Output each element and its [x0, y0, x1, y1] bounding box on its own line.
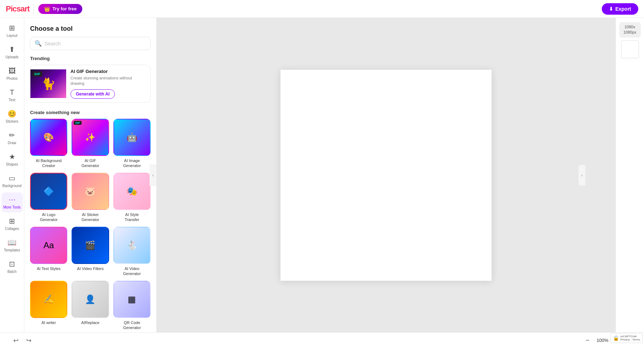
trending-card-image: GIF 🐈: [30, 69, 66, 98]
sticker-gen-thumb: 🐷: [72, 173, 109, 210]
gif-gen-label: AI GIFGenerator: [82, 158, 99, 168]
sidebar-item-templates[interactable]: 📖 Templates: [1, 235, 23, 255]
trending-card-info: AI GIF Generator Create stunning animati…: [66, 65, 150, 102]
trending-card-title: AI GIF Generator: [70, 69, 146, 74]
sidebar-label-shapes: Shapes: [6, 162, 18, 167]
canvas-width: 1080x: [625, 25, 635, 29]
canvas[interactable]: [280, 70, 492, 281]
panel-title: Choose a tool: [30, 25, 151, 33]
tool-card-gif-gen[interactable]: ✨ GIF AI GIFGenerator: [72, 119, 109, 168]
export-button[interactable]: ⬇ Export: [602, 3, 638, 15]
sidebar-item-layout[interactable]: ⊞ Layout: [1, 21, 23, 41]
try-free-button[interactable]: 👑 Try for free: [38, 4, 82, 14]
aireplace-thumb: 👤: [72, 281, 109, 318]
tool-grid: 🎨 AI BackgroundCreator ✨ GIF AI GIFGener…: [30, 119, 151, 330]
tool-card-sticker-gen[interactable]: 🐷 AI StickerGenerator: [72, 173, 109, 222]
sidebar-label-text: Text: [9, 98, 15, 102]
sidebar-label-background: Background: [3, 184, 21, 188]
canvas-preview: [621, 40, 639, 58]
writer-label: AI writer: [42, 320, 56, 325]
canvas-area: ›: [157, 18, 615, 332]
img-gen-thumb: 🤖: [113, 119, 151, 156]
img-gen-label: AI ImageGenerator: [123, 158, 141, 168]
export-label: Export: [615, 6, 631, 12]
crown-icon: 👑: [44, 6, 50, 12]
sidebar-label-photos: Photos: [6, 77, 18, 81]
undo-button[interactable]: ↩: [10, 335, 21, 346]
sidebar-item-collages[interactable]: ⊞ Collages: [1, 214, 23, 234]
tool-panel-content: Trending GIF 🐈 AI GIF Generator Create s…: [24, 56, 156, 332]
sidebar-item-photos[interactable]: 🖼 Photos: [1, 64, 23, 84]
tool-card-video-filters[interactable]: 🎬 AI Video Filters: [72, 227, 109, 276]
video-filters-emoji: 🎬: [85, 240, 96, 250]
generate-ai-button[interactable]: Generate with AI: [70, 89, 115, 99]
logo-gen-thumb: 🔷: [30, 173, 67, 210]
sidebar-item-draw[interactable]: ✏ Draw: [1, 128, 23, 148]
tool-card-logo-gen[interactable]: 🔷 AI LogoGenerator: [30, 173, 67, 222]
icon-bar: ⊞ Layout ⬆ Uploads 🖼 Photos T Text 😊 Sti…: [0, 18, 24, 332]
canvas-size-badge: 1080x 1080px: [619, 22, 641, 38]
tool-card-text-styles[interactable]: Aa AI Text Styles: [30, 227, 67, 276]
style-transfer-thumb: 🎭: [113, 173, 151, 210]
search-input[interactable]: [45, 41, 146, 46]
writer-emoji: ✍: [43, 294, 54, 304]
main-area: ⊞ Layout ⬆ Uploads 🖼 Photos T Text 😊 Sti…: [0, 18, 644, 332]
redo-button[interactable]: ↪: [23, 335, 34, 346]
sidebar-label-batch: Batch: [8, 270, 17, 274]
video-gen-label: AI VideoGenerator: [123, 266, 141, 276]
tool-card-video-gen[interactable]: 🐇 AI VideoGenerator: [113, 227, 151, 276]
try-free-label: Try for free: [52, 6, 77, 11]
sticker-gen-label: AI StickerGenerator: [82, 212, 99, 222]
topbar-right: ⬇ Export: [602, 3, 638, 15]
text-styles-thumb: Aa: [30, 227, 67, 264]
templates-icon: 📖: [8, 238, 16, 247]
tool-panel: Choose a tool 🔍 Trending GIF 🐈 AI GIF Ge…: [24, 18, 157, 332]
video-gen-emoji: 🐇: [127, 240, 137, 250]
aireplace-emoji: 👤: [85, 294, 96, 304]
sidebar-label-more-tools: More Tools: [3, 205, 21, 210]
zoom-out-button[interactable]: −: [582, 335, 593, 346]
sidebar-item-shapes[interactable]: ★ Shapes: [1, 150, 23, 170]
trending-card: GIF 🐈 AI GIF Generator Create stunning a…: [30, 65, 151, 103]
gif-thumb-badge: GIF: [74, 121, 81, 125]
sidebar-item-uploads[interactable]: ⬆ Uploads: [1, 42, 23, 62]
bg-creator-label: AI BackgroundCreator: [36, 158, 62, 168]
batch-icon: ⊡: [8, 260, 16, 268]
sidebar-label-stickers: Stickers: [6, 119, 19, 124]
tool-card-writer[interactable]: ✍ AI writer: [30, 281, 67, 330]
gif-gen-emoji: ✨: [85, 132, 96, 142]
more-tools-icon: ⋯: [8, 195, 16, 204]
tool-card-qr-code[interactable]: ▦ QR CodeGenerator: [113, 281, 151, 330]
tool-card-aireplace[interactable]: 👤 AIReplace: [72, 281, 109, 330]
qr-code-label: QR CodeGenerator: [123, 320, 141, 330]
recaptcha-logo: 🔒: [613, 335, 619, 341]
sticker-gen-emoji: 🐷: [85, 186, 96, 196]
search-bar[interactable]: 🔍: [30, 37, 151, 50]
style-transfer-emoji: 🎭: [127, 186, 137, 196]
create-section-title: Create something new: [30, 110, 151, 115]
recaptcha-text: reCAPTCHAPrivacy - Terms: [620, 335, 640, 341]
canvas-height: 1080px: [623, 30, 636, 34]
qr-code-thumb: ▦: [113, 281, 151, 318]
tool-card-img-gen[interactable]: 🤖 AI ImageGenerator: [113, 119, 151, 168]
sidebar-item-text[interactable]: T Text: [1, 85, 23, 105]
tool-card-bg-creator[interactable]: 🎨 AI BackgroundCreator: [30, 119, 67, 168]
text-icon: T: [8, 88, 16, 97]
sidebar-item-batch[interactable]: ⊡ Batch: [1, 257, 23, 277]
aireplace-label: AIReplace: [81, 320, 99, 325]
sidebar-item-background[interactable]: ▭ Background: [1, 171, 23, 191]
stickers-icon: 😊: [8, 109, 16, 118]
collapse-panel-button[interactable]: ‹: [150, 165, 157, 186]
gif-badge: GIF: [33, 72, 42, 77]
sidebar-label-draw: Draw: [8, 141, 16, 145]
uploads-icon: ⬆: [8, 45, 16, 54]
sidebar-label-collages: Collages: [5, 227, 19, 231]
sidebar-item-more-tools[interactable]: ⋯ More Tools: [1, 192, 23, 212]
right-panel: 1080x 1080px: [615, 18, 644, 332]
tool-panel-header: Choose a tool: [24, 18, 156, 37]
text-styles-emoji: Aa: [43, 240, 54, 250]
sidebar-item-stickers[interactable]: 😊 Stickers: [1, 107, 23, 127]
tool-card-style-transfer[interactable]: 🎭 AI StyleTransfer: [113, 173, 151, 222]
sidebar-label-templates: Templates: [4, 248, 20, 253]
expand-right-button[interactable]: ›: [578, 165, 585, 186]
